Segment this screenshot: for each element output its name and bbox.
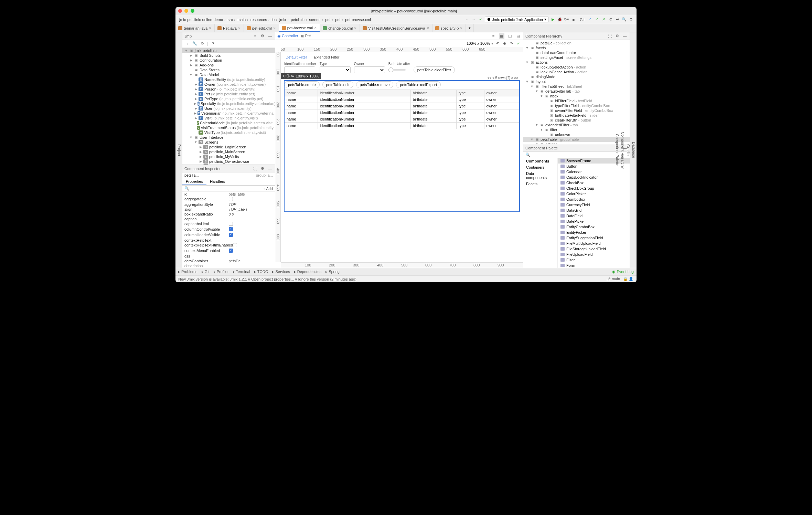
property-row[interactable]: aggregationStyle TOP <box>182 202 275 207</box>
tree-node[interactable]: V CalendarMode (io.jmix.petclinic.screen… <box>182 120 275 125</box>
editor-tab[interactable]: specialty-b✕ <box>432 24 466 32</box>
breadcrumb-item[interactable]: pet-browse.xml <box>344 18 372 22</box>
tree-node[interactable]: ▼S Screens <box>182 140 275 145</box>
tree-node[interactable]: ▣ Data Stores <box>182 67 275 72</box>
add-icon[interactable]: ⊕ <box>502 41 507 46</box>
tool-tab[interactable]: Component Hierarchy <box>620 34 626 266</box>
property-row[interactable]: description <box>182 263 275 268</box>
hierarchy-node[interactable]: ▣ birthdateFilterField - slider <box>523 113 630 118</box>
tree-node[interactable]: ▶E Owner (io.jmix.petclinic.entity.owner… <box>182 82 275 87</box>
column-header[interactable]: birthdate <box>410 90 456 96</box>
breadcrumb-item[interactable]: src <box>227 18 236 22</box>
column-header[interactable]: type <box>456 90 484 96</box>
tree-node[interactable]: ▶S petclinic_MyVisits <box>182 154 275 159</box>
property-row[interactable]: contextHelpText <box>182 238 275 243</box>
table-row[interactable]: nameidentificationNumberbirthdatetypeown… <box>285 123 520 129</box>
status-tool[interactable]: ▸ Dependencies <box>294 270 321 274</box>
filter-tab[interactable]: Extended Filter <box>312 54 341 60</box>
tree-node[interactable]: E NamedEntity (io.jmix.petclinic.entity) <box>182 77 275 82</box>
property-row[interactable]: dataContainer petsDc <box>182 259 275 263</box>
hierarchy-node[interactable]: ▼▣ petsTable - groupTable <box>523 137 630 142</box>
search-icon[interactable]: 🔍 <box>621 17 627 22</box>
close-icon[interactable]: ✕ <box>209 27 212 30</box>
close-icon[interactable]: ✕ <box>354 27 357 30</box>
palette-category[interactable]: Facets <box>523 181 557 187</box>
status-tool[interactable]: ▸ Services <box>272 270 290 274</box>
hierarchy-node[interactable]: ▼▣ defaultFilterTab - tab <box>523 89 630 94</box>
breadcrumb-item[interactable]: pet <box>324 18 334 22</box>
hierarchy-node[interactable]: ▼▣ filter <box>523 127 630 132</box>
tool-tab[interactable]: Gradle <box>626 34 631 266</box>
table-action-button[interactable]: petsTable.create <box>284 81 320 88</box>
tree-node[interactable]: V VisitTreatmentStatus (io.jmix.petclini… <box>182 125 275 130</box>
tree-node[interactable]: ▶E Person (io.jmix.petclinic.entity) <box>182 87 275 92</box>
clear-filter-button[interactable]: petsTable.clearFilter <box>414 66 455 73</box>
tree-node[interactable]: ▶▣ Build Scripts <box>182 53 275 58</box>
help-icon[interactable]: ? <box>210 41 216 46</box>
check-icon[interactable]: ✓ <box>515 41 521 46</box>
git-update-icon[interactable]: ✓ <box>587 17 592 22</box>
editor-tab[interactable]: terinarian.java✕ <box>175 24 215 32</box>
property-row[interactable]: columnHeaderVisible <box>182 232 275 238</box>
event-log[interactable]: ◉ Event Log <box>612 270 634 274</box>
table-row[interactable]: nameidentificationNumberbirthdatetypeown… <box>285 109 520 116</box>
view-grid-icon[interactable]: ▦ <box>499 33 504 39</box>
property-row[interactable]: align TOP_LEFT <box>182 207 275 212</box>
git-commit-icon[interactable]: ✓ <box>594 17 599 22</box>
tree-node[interactable]: ▶S petclinic_MainScreen <box>182 149 275 154</box>
tree-node[interactable]: V VisitType (io.jmix.petclinic.entity.vi… <box>182 130 275 135</box>
hierarchy-node[interactable]: ▼▣ filterTabSheet - tabSheet <box>523 84 630 89</box>
tree-node[interactable]: ▶E Pet (io.jmix.petclinic.entity.pet) <box>182 92 275 96</box>
controller-link[interactable]: ◉ Controller <box>277 34 298 38</box>
history-back-icon[interactable]: ↶ <box>495 41 500 46</box>
hierarchy-node[interactable]: ▣ unknown <box>523 132 630 137</box>
close-icon[interactable]: ✕ <box>314 26 317 30</box>
hierarchy-node[interactable]: ▣ settingsFacet - screenSettings <box>523 55 630 60</box>
view-code-icon[interactable]: ▤ <box>515 33 521 39</box>
tree-node[interactable]: ▶E Visit (io.jmix.petclinic.entity.visit… <box>182 116 275 120</box>
property-row[interactable]: captionAsHtml <box>182 221 275 227</box>
tree-node[interactable]: ▶▣ Configuration <box>182 58 275 63</box>
add-property[interactable]: + Add <box>263 187 273 191</box>
hierarchy-node[interactable]: ▣ typeFilterField - entityComboBox <box>523 103 630 108</box>
breadcrumb-item[interactable]: screen <box>308 18 324 22</box>
breadcrumb-item[interactable]: main <box>236 18 249 22</box>
pets-table[interactable]: nameidentificationNumberbirthdatetypeown… <box>284 90 520 129</box>
filter-tab[interactable]: Default Filter <box>284 54 308 60</box>
status-tool[interactable]: ▸ Git <box>202 270 210 274</box>
wrench-icon[interactable]: 🔧 <box>192 41 197 46</box>
column-header[interactable]: name <box>285 90 318 96</box>
gear-icon[interactable]: ⚙ <box>260 33 265 39</box>
editor-tab[interactable]: Pet.java✕ <box>215 24 244 32</box>
hierarchy-node[interactable]: ▼▣ facets <box>523 45 630 50</box>
close-icon[interactable]: ✕ <box>460 27 463 30</box>
hierarchy-node[interactable]: ▼▣ hbox <box>523 94 630 98</box>
combo-input[interactable] <box>320 66 351 73</box>
hierarchy-node[interactable]: ▣ clearFilterBtn - button <box>523 118 630 123</box>
hierarchy-node[interactable]: ▣ dialogMode <box>523 74 630 79</box>
table-row[interactable]: nameidentificationNumberbirthdatetypeown… <box>285 103 520 109</box>
table-action-button[interactable]: petsTable.edit <box>322 81 353 88</box>
palette-category[interactable]: Data components <box>523 170 557 181</box>
status-tool[interactable]: ▸ Problems <box>178 270 197 274</box>
gear-icon[interactable]: ⚙ <box>260 166 265 171</box>
tree-node[interactable]: ▼▣ jmix-petclinic <box>182 48 275 53</box>
hierarchy-node[interactable]: ▣ lookupSelectAction - action <box>523 65 630 70</box>
hierarchy-node[interactable]: ▣ ownerFilterField - entityComboBox <box>523 108 630 113</box>
tool-tab[interactable]: Database <box>631 34 637 266</box>
target-icon[interactable]: ⌖ <box>252 33 258 39</box>
hammer-icon[interactable]: ✓ <box>478 17 483 22</box>
slider[interactable] <box>388 69 406 71</box>
git-push-icon[interactable]: ↗ <box>601 17 606 22</box>
breadcrumb-item[interactable]: resources <box>249 18 271 22</box>
status-tool[interactable]: ▸ Profiler <box>214 270 229 274</box>
entity-link[interactable]: ⊞ Pet <box>301 34 311 38</box>
close-icon[interactable]: ✕ <box>238 27 241 30</box>
tree-node[interactable]: ▶S petclinic_Owner.browse <box>182 159 275 164</box>
checkbox[interactable] <box>229 197 233 201</box>
table-action-button[interactable]: petsTable.excelExport <box>396 81 441 88</box>
editor-tab[interactable]: pet-browse.xml✕ <box>279 24 320 32</box>
checkbox[interactable] <box>229 249 233 253</box>
palette-category[interactable]: Containers <box>523 164 557 170</box>
hide-icon[interactable]: — <box>267 166 273 171</box>
